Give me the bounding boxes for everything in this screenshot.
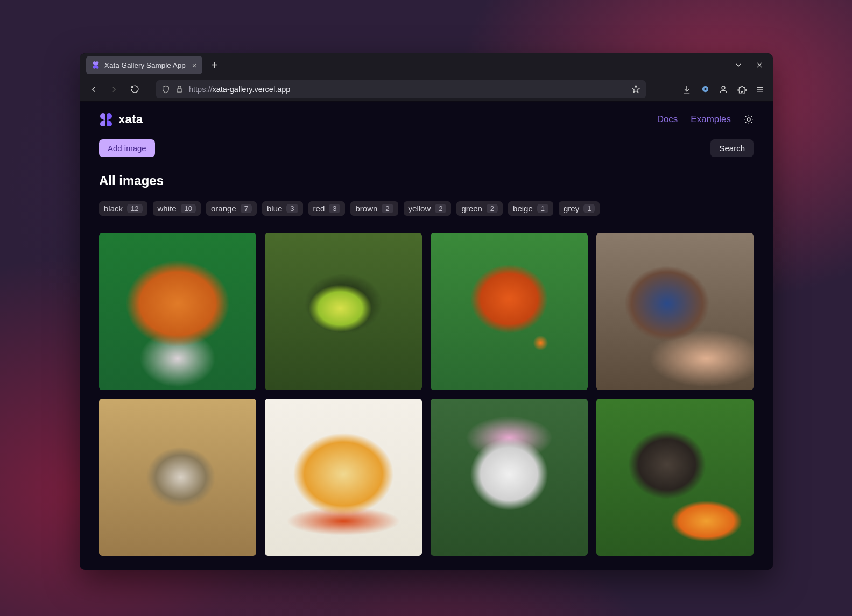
- app-nav: Docs Examples: [657, 114, 754, 125]
- downloads-icon[interactable]: [681, 84, 692, 94]
- brand-name: xata: [118, 112, 143, 126]
- page-title: All images: [80, 157, 773, 192]
- tag-green[interactable]: green2: [456, 201, 503, 216]
- tab-bar: Xata Gallery Sample App × +: [80, 53, 773, 77]
- svg-line-17: [751, 122, 752, 123]
- browser-tab[interactable]: Xata Gallery Sample App ×: [86, 56, 202, 74]
- gallery-thumbnail[interactable]: [431, 233, 588, 390]
- account-icon[interactable]: [718, 84, 729, 94]
- gallery-thumbnail[interactable]: [99, 233, 256, 390]
- extensions-puzzle-icon[interactable]: [736, 84, 747, 94]
- tag-filter-row: black12 white10 orange7 blue3 red3 brown…: [80, 192, 773, 220]
- theme-toggle-icon[interactable]: [744, 115, 754, 124]
- add-image-button[interactable]: Add image: [99, 139, 155, 157]
- nav-forward-button[interactable]: [105, 81, 123, 98]
- tag-label: blue: [267, 204, 282, 213]
- tag-count: 2: [487, 204, 498, 213]
- new-tab-button[interactable]: +: [207, 57, 223, 73]
- nav-back-button[interactable]: [85, 81, 102, 98]
- svg-point-7: [722, 86, 725, 89]
- tag-count: 3: [286, 204, 298, 213]
- tag-count: 10: [181, 204, 196, 213]
- extension-icon[interactable]: [700, 84, 710, 94]
- tag-label: brown: [355, 204, 377, 213]
- tag-label: yellow: [409, 204, 431, 213]
- tag-label: green: [461, 204, 482, 213]
- hamburger-menu-icon[interactable]: [755, 84, 765, 94]
- browser-toolbar: https://xata-gallery.vercel.app: [80, 77, 773, 102]
- tag-count: 1: [583, 204, 595, 213]
- tag-yellow[interactable]: yellow2: [404, 201, 452, 216]
- tag-red[interactable]: red3: [308, 201, 346, 216]
- url-text: https://xata-gallery.vercel.app: [189, 85, 626, 94]
- lock-icon: [175, 85, 184, 93]
- tag-white[interactable]: white10: [153, 201, 201, 216]
- gallery-thumbnail[interactable]: [265, 399, 422, 556]
- svg-point-11: [747, 118, 750, 121]
- app-header: xata Docs Examples: [80, 102, 773, 132]
- tab-title: Xata Gallery Sample App: [104, 61, 186, 69]
- butterfly-logo-icon: [99, 112, 113, 126]
- svg-rect-2: [177, 89, 182, 92]
- gallery-thumbnail[interactable]: [99, 399, 256, 556]
- svg-marker-3: [632, 85, 639, 92]
- tag-label: black: [104, 204, 123, 213]
- tag-count: 3: [329, 204, 340, 213]
- tabs-overview-icon[interactable]: [734, 61, 743, 69]
- tag-label: red: [313, 204, 325, 213]
- gallery-thumbnail[interactable]: [431, 399, 588, 556]
- tag-orange[interactable]: orange7: [206, 201, 257, 216]
- search-button[interactable]: Search: [710, 139, 754, 157]
- tag-label: orange: [211, 204, 236, 213]
- svg-line-16: [745, 116, 746, 117]
- brand-logo[interactable]: xata: [99, 112, 143, 126]
- bookmark-star-icon[interactable]: [631, 84, 640, 94]
- address-bar[interactable]: https://xata-gallery.vercel.app: [156, 80, 646, 98]
- url-protocol: https://: [189, 85, 213, 94]
- tag-black[interactable]: black12: [99, 201, 147, 216]
- tag-blue[interactable]: blue3: [262, 201, 303, 216]
- tag-label: white: [158, 204, 177, 213]
- url-host: xata-gallery.vercel.app: [213, 85, 291, 94]
- close-tab-icon[interactable]: ×: [192, 61, 197, 70]
- tag-beige[interactable]: beige1: [508, 201, 553, 216]
- window-close-icon[interactable]: [756, 61, 763, 69]
- butterfly-favicon-icon: [91, 61, 100, 69]
- nav-link-docs[interactable]: Docs: [657, 114, 678, 125]
- tag-count: 7: [241, 204, 252, 213]
- svg-point-6: [704, 88, 706, 90]
- nav-reload-button[interactable]: [126, 81, 143, 98]
- nav-link-examples[interactable]: Examples: [691, 114, 731, 125]
- tag-grey[interactable]: grey1: [559, 201, 600, 216]
- tag-label: grey: [564, 204, 579, 213]
- gallery-thumbnail[interactable]: [596, 233, 754, 390]
- browser-window: Xata Gallery Sample App × +: [80, 53, 773, 570]
- image-gallery: [80, 220, 773, 556]
- gallery-thumbnail[interactable]: [265, 233, 422, 390]
- svg-line-18: [751, 116, 752, 117]
- app-content: xata Docs Examples Add image Search All …: [80, 102, 773, 570]
- svg-line-19: [745, 122, 746, 123]
- tag-brown[interactable]: brown2: [350, 201, 398, 216]
- tag-count: 12: [127, 204, 142, 213]
- tag-count: 2: [435, 204, 446, 213]
- gallery-thumbnail[interactable]: [596, 399, 754, 556]
- shield-icon: [161, 85, 170, 94]
- tag-label: beige: [513, 204, 533, 213]
- tag-count: 1: [537, 204, 548, 213]
- action-row: Add image Search: [80, 132, 773, 157]
- tag-count: 2: [382, 204, 393, 213]
